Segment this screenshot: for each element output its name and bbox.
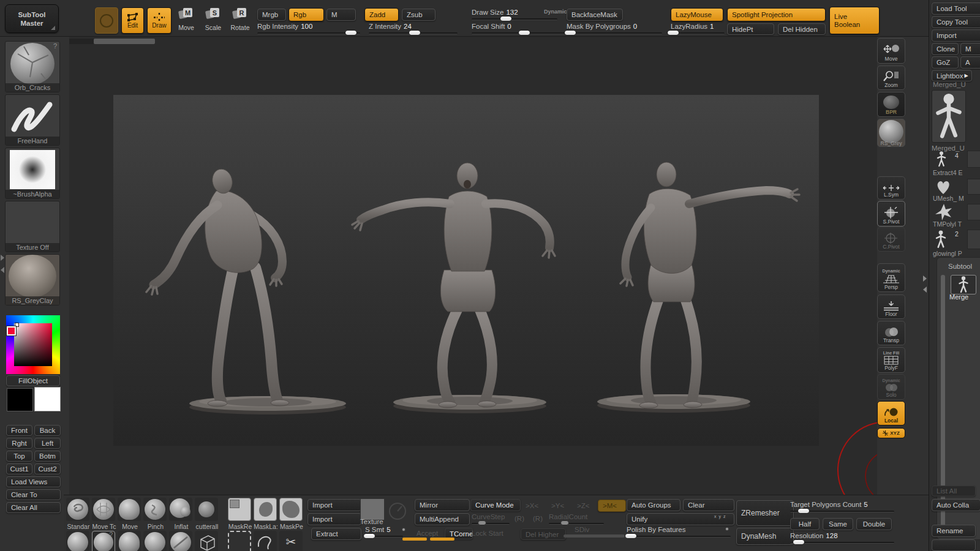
auto-groups-button[interactable]: Auto Groups — [627, 499, 680, 511]
bpr-button[interactable]: BPR — [877, 92, 905, 117]
zremesher-button[interactable]: ZRemesher — [736, 500, 794, 526]
help-badge[interactable]: ? — [53, 42, 57, 50]
import-button-1[interactable]: Import — [307, 499, 361, 511]
swatch-black[interactable] — [7, 388, 33, 411]
brush-row2-8-lasso[interactable] — [254, 531, 277, 551]
spivot-button[interactable]: S.Pivot — [877, 201, 905, 227]
sv-square[interactable] — [14, 323, 52, 366]
tool-item-cut-3[interactable] — [967, 204, 980, 220]
mirror-button[interactable]: Mirror — [415, 499, 470, 511]
axis-x-button[interactable]: >X< — [526, 502, 538, 509]
radialcount-slider[interactable]: RadialCount — [549, 513, 604, 525]
cpivot-button[interactable]: C.Pivot — [877, 227, 905, 252]
view-left-button[interactable]: Left — [34, 438, 61, 449]
brush-row2-6-clipcube[interactable] — [195, 531, 218, 551]
active-tool-thumbnail[interactable] — [932, 90, 966, 143]
tool-item-umesh[interactable] — [934, 179, 956, 195]
texture-thumbnail[interactable] — [360, 498, 385, 520]
s-smt-dot[interactable] — [402, 528, 405, 531]
del-higher-button[interactable]: Del Higher — [521, 528, 566, 540]
nav-zoom-button[interactable]: Zoom — [877, 66, 905, 90]
lock-start-label[interactable]: Lock Start — [472, 530, 503, 537]
brush-row2-2-selected[interactable]: ? — [92, 531, 115, 551]
floor-button[interactable]: Floor — [877, 294, 905, 319]
tool-item-cut-1[interactable] — [967, 151, 980, 168]
tool-item-glowing[interactable] — [934, 230, 956, 249]
color-swatch-current[interactable] — [7, 326, 16, 335]
brush-row2-3[interactable] — [118, 531, 141, 551]
curve-mode-button[interactable]: Curve Mode — [470, 499, 521, 511]
lazymouse-button[interactable]: LazyMouse — [671, 8, 723, 21]
brush-pinch-thumb[interactable] — [143, 498, 167, 521]
backface-mask-button[interactable]: BackfaceMask — [567, 9, 623, 21]
xyz-button[interactable]: XYZ — [877, 428, 905, 438]
rename-button[interactable]: Rename — [932, 525, 976, 537]
dynamesh-button[interactable]: DynaMesh — [736, 528, 794, 545]
accept-label[interactable]: Accept — [417, 530, 438, 537]
canvas-scroll-handle[interactable] — [94, 39, 155, 44]
canvas-scroll-track[interactable] — [69, 39, 94, 44]
sdiv-track[interactable] — [564, 534, 625, 538]
brush-row2-7-selectrect[interactable] — [228, 531, 251, 551]
brush-row2-5[interactable] — [169, 531, 192, 551]
rgb-button[interactable]: Rgb — [288, 8, 324, 21]
view-cust2-button[interactable]: Cust2 — [34, 463, 61, 474]
solo-button[interactable]: Dynamic Solo — [877, 374, 905, 400]
subtool-master-button[interactable]: SubTool Master — [5, 4, 59, 33]
subtool-header[interactable]: Subtool — [948, 263, 972, 270]
double-button[interactable]: Double — [856, 518, 892, 530]
brush-masklasso-thumb[interactable] — [254, 498, 277, 521]
tool-item-cut-4[interactable] — [967, 230, 980, 249]
view-back-button[interactable]: Back — [34, 425, 61, 436]
swatch-white[interactable] — [34, 387, 61, 411]
persp-button[interactable]: Dynamic Persp — [877, 263, 905, 292]
polish-dot[interactable] — [725, 527, 729, 531]
left-panel-divider-handle[interactable] — [0, 252, 5, 280]
local-button[interactable]: Local — [877, 401, 905, 425]
clear-all-button[interactable]: Clear All — [6, 502, 61, 513]
current-brush-button[interactable] — [95, 7, 118, 34]
del-hidden-button[interactable]: Del Hidden — [778, 23, 826, 35]
brush-movetopo-thumb[interactable] — [92, 498, 115, 521]
brush-slot-orb-cracks[interactable]: ? Orb_Cracks — [5, 41, 60, 92]
brush-move-thumb[interactable] — [118, 498, 141, 521]
cut-bottom-button[interactable] — [932, 539, 976, 551]
zsub-button[interactable]: Zsub — [402, 9, 435, 21]
dynamic-label[interactable]: Dynamic — [544, 9, 567, 15]
focal-shift-slider[interactable]: Focal Shift0 — [472, 23, 573, 34]
texture-slot-off[interactable]: Texture Off — [5, 201, 60, 252]
view-front-button[interactable]: Front — [6, 425, 32, 436]
axis-m-button[interactable]: >M< — [598, 500, 626, 512]
load-tool-button[interactable]: Load Tool — [932, 2, 980, 15]
view-right-button[interactable]: Rght — [6, 438, 32, 449]
same-button[interactable]: Same — [823, 518, 853, 530]
document-area[interactable] — [113, 95, 819, 446]
hidept-button[interactable]: HidePt — [727, 23, 774, 35]
spotlight-projection-button[interactable]: Spotlight Projection — [727, 8, 826, 21]
clone-second-button[interactable]: M — [960, 43, 980, 55]
brush-row2-9-clip[interactable]: ✂ — [279, 531, 303, 551]
view-bottom-button[interactable]: Botm — [34, 451, 61, 462]
scale-gizmo-button[interactable]: S Scale — [202, 8, 224, 34]
target-polygons-slider[interactable]: Target Polygons Count5 — [790, 501, 894, 512]
draw-button[interactable]: Draw — [147, 7, 172, 34]
brush-row2-1[interactable] — [66, 531, 89, 551]
live-boolean-button[interactable]: Live Boolean — [829, 7, 880, 34]
list-all-button[interactable]: List All — [932, 485, 976, 497]
s-smt-slider[interactable]: S Smt5 — [365, 526, 403, 538]
edit-button[interactable]: Edit — [121, 7, 144, 34]
tool-item-cut-2[interactable] — [967, 179, 980, 195]
transp-button[interactable]: Transp — [877, 321, 905, 345]
view-top-button[interactable]: Top — [6, 451, 32, 462]
multiappend-button[interactable]: MultiAppend — [415, 513, 470, 525]
resolution-slider[interactable]: Resolution128 — [790, 532, 894, 544]
material-rsgrey-button[interactable]: RS_Grey — [877, 119, 905, 147]
brush-maskpen-thumb[interactable] — [279, 498, 303, 521]
right-panel-divider-handle[interactable] — [922, 274, 928, 296]
mask-by-polygroups-slider[interactable]: Mask By Polygroups0 — [567, 23, 662, 34]
alpha-slot-brushalpha[interactable]: ~BrushAlpha — [5, 148, 60, 199]
brush-cutterall-thumb[interactable] — [195, 498, 218, 521]
clear-button[interactable]: Clear — [683, 499, 734, 511]
tool-item-tmpoly[interactable] — [934, 204, 956, 220]
polish-by-features-slider[interactable]: Polish By Features — [627, 526, 731, 538]
